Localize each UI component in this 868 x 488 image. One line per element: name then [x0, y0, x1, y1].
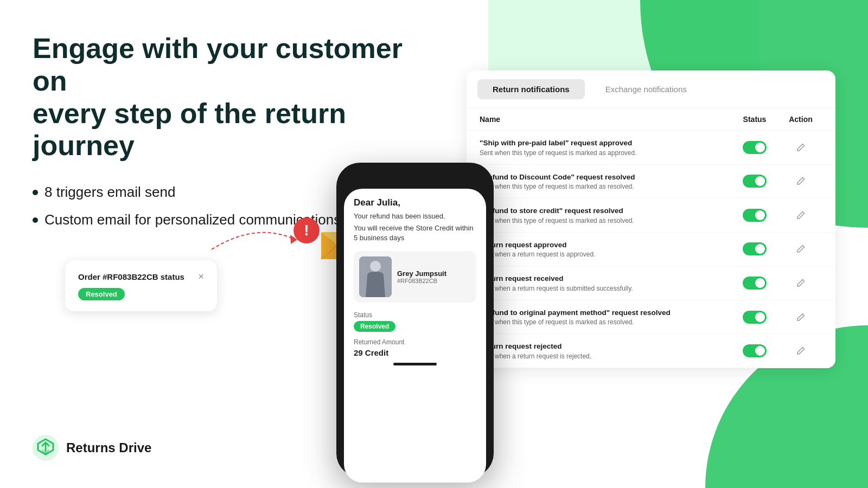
table-row: "Refund to Discount Code" request resolv… — [467, 165, 835, 199]
row-name-cell: Return request approved Sent when a retu… — [480, 240, 730, 259]
phone-status-badge: Resolved — [354, 321, 395, 332]
phone-mockup: Dear Julia, Your refund has been issued.… — [336, 163, 494, 477]
svg-text:!: ! — [304, 222, 309, 239]
row-name-cell: Return request rejected Sent when a retu… — [480, 342, 730, 360]
phone-notch — [391, 170, 439, 184]
phone-message1: Your refund has been issued. — [354, 211, 476, 221]
row-action-cell — [779, 172, 822, 190]
row-name-cell: Return request received Sent when a retu… — [480, 274, 730, 292]
row-name: "Refund to store credit" request resolve… — [480, 206, 730, 216]
row-name-cell: "Refund to original payment method" requ… — [480, 308, 730, 326]
phone-amount-value: 29 Credit — [354, 348, 476, 357]
toggle-switch-5[interactable] — [743, 311, 767, 324]
notifications-panel: Return notifications Exchange notificati… — [467, 70, 835, 368]
row-name-cell: "Refund to store credit" request resolve… — [480, 206, 730, 224]
phone-product-image — [359, 256, 392, 297]
row-status-cell — [730, 311, 779, 324]
phone-amount-label: Returned Amount — [354, 338, 476, 346]
logo-text: Returns Drive — [66, 440, 151, 455]
edit-icon-button-4[interactable] — [792, 274, 809, 292]
row-name: Return request received — [480, 274, 730, 284]
row-name: Return request rejected — [480, 342, 730, 351]
col-header-name: Name — [480, 115, 730, 124]
row-action-cell — [779, 207, 822, 224]
main-heading: Engage with your customer on every step … — [33, 33, 412, 162]
row-desc: Sent when this type of request is marked… — [480, 318, 730, 326]
phone-product-name: Grey Jumpsuit — [397, 269, 446, 278]
edit-icon-button-1[interactable] — [792, 172, 809, 190]
edit-icon-button-6[interactable] — [792, 342, 809, 359]
row-status-cell — [730, 277, 779, 290]
tab-exchange-notifications[interactable]: Exchange notifications — [590, 79, 702, 99]
table-header: Name Status Action — [467, 108, 835, 131]
row-status-cell — [730, 141, 779, 154]
phone-greeting: Dear Julia, — [354, 197, 476, 208]
row-desc: Sent when this type of request is marked… — [480, 217, 730, 224]
edit-icon-button-0[interactable] — [792, 139, 809, 156]
table-row: Return request rejected Sent when a retu… — [467, 334, 835, 368]
phone-message2: You will receive the Store Credit within… — [354, 223, 476, 243]
row-action-cell — [779, 342, 822, 359]
returns-drive-logo-icon — [33, 435, 59, 461]
row-desc: Sent when this type of request is marked… — [480, 149, 730, 157]
toggle-switch-2[interactable] — [743, 209, 767, 222]
row-name-cell: "Ship with pre-paid label" request appro… — [480, 138, 730, 157]
table-body: "Ship with pre-paid label" request appro… — [467, 131, 835, 368]
row-name-cell: "Refund to Discount Code" request resolv… — [480, 172, 730, 191]
row-desc: Sent when this type of request is marked… — [480, 183, 730, 190]
order-resolved-badge: Resolved — [78, 288, 125, 300]
row-desc: Sent when a return request is rejected. — [480, 352, 730, 360]
edit-icon-button-3[interactable] — [792, 240, 809, 258]
row-name: "Refund to Discount Code" request resolv… — [480, 172, 730, 182]
col-header-action: Action — [779, 115, 822, 124]
row-name: Return request approved — [480, 240, 730, 250]
table-row: "Refund to store credit" request resolve… — [467, 198, 835, 233]
phone-status-label: Status — [354, 311, 476, 319]
phone-home-indicator — [393, 363, 437, 365]
row-name: "Refund to original payment method" requ… — [480, 308, 730, 318]
row-status-cell — [730, 175, 779, 188]
toggle-switch-4[interactable] — [743, 277, 767, 290]
phone-product-sku: #RF083B22CB — [397, 278, 446, 284]
dashed-arrow — [206, 217, 304, 260]
row-action-cell — [779, 274, 822, 292]
toggle-switch-0[interactable] — [743, 141, 767, 154]
phone-screen: Dear Julia, Your refund has been issued.… — [344, 189, 486, 483]
row-action-cell — [779, 309, 822, 326]
row-status-cell — [730, 209, 779, 222]
alert-icon: ! — [293, 217, 320, 244]
row-status-cell — [730, 344, 779, 357]
row-action-cell — [779, 240, 822, 258]
tabs-row: Return notifications Exchange notificati… — [467, 70, 835, 108]
row-action-cell — [779, 139, 822, 156]
row-desc: Sent when a return request is approved. — [480, 251, 730, 258]
toggle-switch-1[interactable] — [743, 175, 767, 188]
order-card-title: Order #RF083B22CB status — [78, 272, 184, 281]
order-status-card: Order #RF083B22CB status × Resolved — [65, 260, 217, 311]
row-status-cell — [730, 242, 779, 255]
table-row: "Refund to original payment method" requ… — [467, 300, 835, 335]
phone-product-card: Grey Jumpsuit #RF083B22CB — [354, 251, 476, 303]
tab-return-notifications[interactable]: Return notifications — [477, 79, 585, 99]
row-desc: Sent when a return request is submitted … — [480, 285, 730, 292]
bullet-dot-1 — [33, 190, 38, 195]
table-row: Return request received Sent when a retu… — [467, 266, 835, 300]
svg-point-8 — [370, 261, 381, 272]
order-card-close-button[interactable]: × — [198, 271, 204, 282]
toggle-switch-3[interactable] — [743, 242, 767, 255]
row-name: "Ship with pre-paid label" request appro… — [480, 138, 730, 148]
bullet-dot-2 — [33, 217, 38, 223]
col-header-status: Status — [730, 115, 779, 124]
toggle-switch-6[interactable] — [743, 344, 767, 357]
edit-icon-button-5[interactable] — [792, 309, 809, 326]
table-row: Return request approved Sent when a retu… — [467, 233, 835, 267]
edit-icon-button-2[interactable] — [792, 207, 809, 224]
logo-area: Returns Drive — [33, 435, 151, 461]
table-row: "Ship with pre-paid label" request appro… — [467, 131, 835, 165]
